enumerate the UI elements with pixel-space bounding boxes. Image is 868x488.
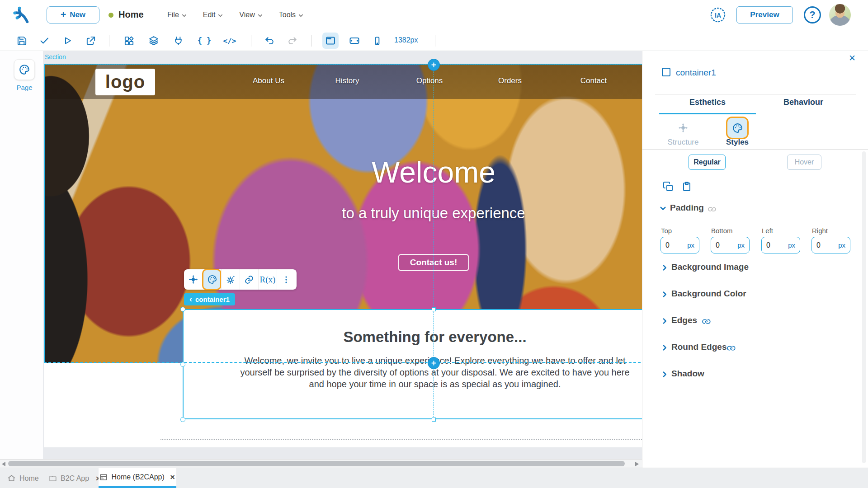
hero-subtitle[interactable]: to a truly unique experience	[342, 205, 525, 222]
variables-braces-icon[interactable]: { }	[196, 33, 212, 49]
cta-button[interactable]: Contact us!	[398, 254, 469, 271]
device-desktop-icon[interactable]	[322, 33, 339, 49]
new-button[interactable]: + New	[47, 6, 99, 23]
export-icon[interactable]	[82, 33, 99, 49]
widget-select-checkbox[interactable]	[662, 68, 670, 76]
panel-close-icon[interactable]: ✕	[849, 53, 856, 63]
padding-link-icon[interactable]	[705, 203, 718, 217]
content-paragraph-line[interactable]: and hope your time in our space is as sp…	[309, 378, 561, 390]
rules-rx-icon[interactable]: R(x)	[258, 269, 277, 290]
state-hover-button[interactable]: Hover	[787, 155, 821, 170]
preview-button[interactable]: Preview	[736, 6, 793, 23]
layers-icon[interactable]	[146, 33, 162, 49]
subtab-structure-label[interactable]: Structure	[660, 138, 706, 147]
menu-file[interactable]: File	[167, 11, 187, 19]
menu-view-label: View	[239, 11, 255, 19]
tab-behaviour[interactable]: Behaviour	[765, 98, 841, 107]
styles-palette-icon[interactable]	[203, 269, 221, 290]
save-icon[interactable]	[14, 33, 30, 49]
subtab-styles-label[interactable]: Styles	[715, 138, 760, 147]
redo-icon[interactable]	[284, 33, 301, 49]
nav-link-orders[interactable]: Orders	[498, 76, 522, 85]
section-selection-label[interactable]: Section	[45, 53, 66, 61]
section-round-edges[interactable]: Round Edges	[671, 342, 726, 352]
source-code-icon[interactable]: </>	[222, 33, 238, 49]
run-play-icon[interactable]	[59, 33, 75, 49]
more-options-icon[interactable]	[277, 269, 295, 290]
scrollbar-thumb[interactable]	[8, 461, 625, 466]
ai-assistant-icon[interactable]: IA	[708, 5, 728, 25]
canvas-horizontal-scrollbar[interactable]	[0, 459, 642, 468]
padding-collapse-chevron-icon[interactable]	[660, 205, 666, 214]
content-heading[interactable]: Something for everyone...	[343, 328, 526, 346]
design-canvas[interactable]: Section logo About Us History Options Or…	[43, 51, 642, 459]
background-image-chevron-icon[interactable]	[661, 264, 668, 273]
undo-icon[interactable]	[261, 33, 278, 49]
bottom-tab-home[interactable]: Home	[7, 468, 39, 488]
nav-link-options[interactable]: Options	[416, 76, 443, 85]
padding-section-title[interactable]: Padding	[670, 203, 704, 213]
menu-tools[interactable]: Tools	[279, 11, 303, 19]
add-element-handle[interactable]	[428, 357, 440, 369]
active-tab-underline	[659, 113, 756, 114]
bottom-tab-b2c-app[interactable]: B2C App ✕	[49, 468, 101, 488]
section-shadow[interactable]: Shadow	[671, 369, 704, 379]
move-widget-icon[interactable]	[184, 269, 203, 290]
padding-left-label: Left	[762, 227, 773, 235]
device-tablet-icon[interactable]	[346, 33, 363, 49]
resize-handle[interactable]	[180, 362, 185, 367]
background-color-chevron-icon[interactable]	[661, 291, 668, 300]
new-button-label: New	[70, 10, 85, 19]
padding-left-input[interactable]	[766, 241, 786, 249]
state-regular-button[interactable]: Regular	[689, 155, 726, 170]
subtab-styles-icon[interactable]	[727, 118, 747, 138]
bottom-tab-home-b2capp-active[interactable]: Home (B2CApp) ✕	[99, 468, 176, 488]
widgets-blocks-icon[interactable]	[121, 33, 137, 49]
section-edges[interactable]: Edges	[671, 315, 697, 325]
validate-check-icon[interactable]	[36, 33, 52, 49]
help-icon[interactable]: ?	[804, 6, 821, 23]
paste-styles-icon[interactable]	[681, 181, 692, 194]
selected-widget-tag[interactable]: ‹ container1	[184, 293, 235, 305]
edges-link-icon[interactable]	[698, 315, 712, 329]
page-styles-palette-icon[interactable]	[14, 59, 35, 80]
subtab-structure-icon[interactable]	[673, 118, 693, 138]
device-phone-icon[interactable]	[369, 33, 385, 49]
round-edges-chevron-icon[interactable]	[661, 344, 668, 353]
scroll-left-arrow-icon[interactable]	[2, 462, 6, 466]
padding-right-label: Right	[812, 227, 828, 235]
site-logo[interactable]: logo	[95, 69, 155, 95]
section-background-image[interactable]: Background Image	[671, 262, 749, 272]
panel-scrollbar[interactable]	[862, 151, 866, 463]
shadow-chevron-icon[interactable]	[661, 371, 668, 380]
link-icon[interactable]	[240, 269, 258, 290]
edges-chevron-icon[interactable]	[661, 318, 668, 326]
resize-handle[interactable]	[180, 307, 185, 312]
page-label[interactable]: Page	[0, 84, 49, 91]
left-sidebar: Page	[0, 51, 43, 468]
section-background-color[interactable]: Background Color	[671, 289, 746, 299]
add-element-handle[interactable]	[428, 59, 440, 71]
nav-link-contact[interactable]: Contact	[580, 76, 607, 85]
menu-edit[interactable]: Edit	[203, 11, 223, 19]
container1-widget[interactable]: Something for everyone... Welcome, we in…	[183, 309, 642, 419]
close-tab-icon[interactable]: ✕	[170, 474, 175, 481]
tab-esthetics[interactable]: Esthetics	[670, 98, 745, 107]
resize-handle[interactable]	[432, 307, 436, 311]
copy-styles-icon[interactable]	[663, 181, 674, 194]
padding-top-input[interactable]	[665, 241, 685, 249]
nav-link-about[interactable]: About Us	[253, 76, 284, 85]
padding-bottom-input[interactable]	[716, 241, 736, 249]
hero-title[interactable]: Welcome	[372, 155, 495, 189]
integrations-plug-icon[interactable]	[170, 33, 186, 49]
nav-link-history[interactable]: History	[335, 76, 359, 85]
resize-handle[interactable]	[180, 417, 185, 422]
app-logo-icon[interactable]	[12, 5, 31, 24]
padding-right-input[interactable]	[816, 241, 836, 249]
user-avatar[interactable]	[829, 4, 851, 26]
settings-gear-icon[interactable]	[221, 269, 240, 290]
menu-view[interactable]: View	[239, 11, 262, 19]
scroll-right-arrow-icon[interactable]	[635, 462, 639, 466]
resize-handle[interactable]	[432, 418, 436, 422]
padding-bottom-unit: px	[737, 241, 745, 249]
